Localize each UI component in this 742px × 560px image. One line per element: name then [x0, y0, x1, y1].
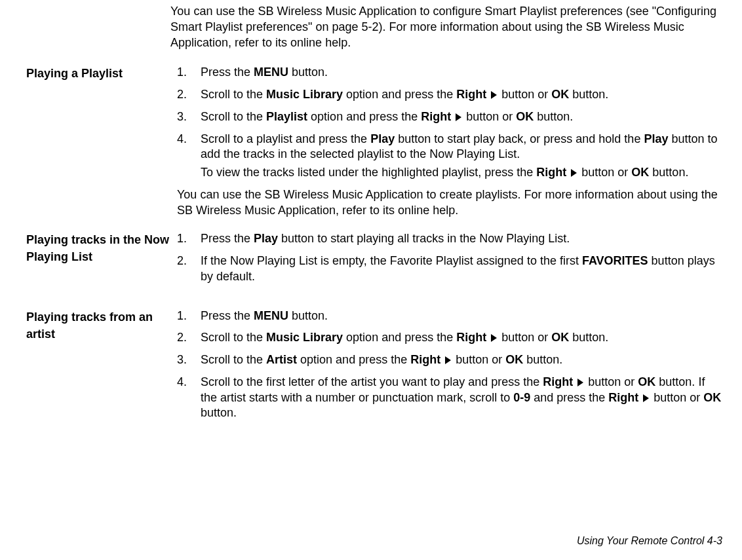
arrow-right-icon — [577, 379, 583, 386]
section-now-playing: Playing tracks in the Now Playing List 1… — [26, 231, 722, 291]
arrow-right-icon — [491, 334, 497, 342]
step-text-bold: Artist — [266, 353, 297, 366]
step-text-bold: Playlist — [266, 110, 307, 123]
step-text-part: option and press the — [307, 110, 421, 123]
step-4: 4. Scroll to the first letter of the art… — [177, 375, 722, 421]
heading-playing-a-playlist: Playing a Playlist — [26, 65, 177, 82]
step-text-bold: Play — [370, 132, 395, 145]
step-text-part: button. — [523, 353, 562, 366]
step-3: 3. Scroll to the Playlist option and pre… — [177, 109, 722, 125]
intro-paragraph: You can use the SB Wireless Music Applic… — [170, 4, 722, 50]
step-text-part: button. — [569, 88, 608, 101]
step-text-part: Scroll to the — [201, 331, 266, 344]
page-footer: Using Your Remote Control 4-3 — [577, 535, 722, 547]
step-number: 4. — [177, 375, 201, 390]
step-text: Scroll to the Music Library option and p… — [201, 87, 722, 103]
step-text: Press the MENU button. — [201, 65, 722, 81]
step-text-bold: Music Library — [266, 331, 343, 344]
step-text-part: option and press the — [343, 88, 456, 101]
section-playing-a-playlist: Playing a Playlist 1. Press the MENU but… — [26, 65, 722, 222]
step-number: 3. — [177, 352, 201, 368]
step-text-bold: OK — [703, 391, 721, 404]
steps-now-playing: 1. Press the Play button to start playin… — [177, 231, 722, 284]
step-text-part: button. — [288, 309, 328, 322]
step-text-part: button to start playing all tracks in th… — [278, 232, 570, 245]
step-text-bold: OK — [551, 331, 569, 344]
arrow-right-icon — [571, 169, 577, 177]
step-3: 3. Scroll to the Artist option and press… — [177, 352, 722, 368]
step-text-part: button. — [534, 110, 573, 123]
step-text-part: button or — [452, 353, 505, 366]
step-text-part: option and press the — [343, 331, 456, 344]
step-text-part: Scroll to the — [201, 353, 266, 366]
section-artist: Playing tracks from an artist 1. Press t… — [26, 308, 722, 428]
step-text-part: button. — [201, 406, 237, 419]
step-text-bold: Right — [536, 166, 566, 179]
step-text-part: button. — [288, 65, 328, 79]
step-text: Press the Play button to start playing a… — [201, 231, 722, 247]
step-subtext: To view the tracks listed under the high… — [201, 165, 722, 181]
step-text-bold: MENU — [254, 309, 288, 322]
step-text: If the Now Playing List is empty, the Fa… — [201, 253, 722, 285]
page: You can use the SB Wireless Music Applic… — [0, 0, 742, 560]
step-text-part: button. — [649, 166, 688, 179]
step-text-bold: Play — [254, 232, 278, 245]
arrow-right-icon — [643, 394, 649, 402]
step-text-bold: Right — [421, 110, 451, 123]
step-number: 1. — [177, 308, 201, 324]
step-text-part: Press the — [201, 65, 254, 79]
step-number: 4. — [177, 132, 201, 147]
heading-artist: Playing tracks from an artist — [26, 308, 177, 343]
step-2: 2. Scroll to the Music Library option an… — [177, 330, 722, 346]
step-text-bold: FAVORITES — [582, 254, 648, 267]
step-text-bold: Right — [456, 88, 486, 101]
step-1: 1. Press the MENU button. — [177, 308, 722, 324]
body-playing-a-playlist: 1. Press the MENU button. 2. Scroll to t… — [177, 65, 722, 222]
step-text-bold: OK — [551, 88, 569, 101]
step-text-part: If the Now Playing List is empty, the Fa… — [201, 254, 582, 267]
heading-now-playing: Playing tracks in the Now Playing List — [26, 231, 177, 265]
step-text-part: button or — [650, 391, 703, 404]
arrow-right-icon — [456, 113, 461, 121]
step-number: 2. — [177, 253, 201, 269]
after-paragraph: You can use the SB Wireless Music Applic… — [177, 187, 722, 219]
step-text-bold: Right — [456, 331, 486, 344]
body-artist: 1. Press the MENU button. 2. Scroll to t… — [177, 308, 722, 428]
step-1: 1. Press the Play button to start playin… — [177, 231, 722, 247]
step-text: Scroll to the Playlist option and press … — [201, 109, 722, 125]
step-text-part: Scroll to a playlist and press the — [201, 132, 370, 145]
step-text: Scroll to the Music Library option and p… — [201, 330, 722, 346]
step-text-part: button or — [578, 166, 631, 179]
step-number: 1. — [177, 231, 201, 247]
step-text-part: button or — [498, 331, 551, 344]
body-now-playing: 1. Press the Play button to start playin… — [177, 231, 722, 291]
step-text: Scroll to the first letter of the artist… — [201, 375, 722, 421]
step-text-part: Scroll to the — [201, 110, 266, 123]
step-text-part: option and press the — [297, 353, 410, 366]
step-4: 4. Scroll to a playlist and press the Pl… — [177, 132, 722, 181]
step-number: 2. — [177, 330, 201, 346]
step-2: 2. Scroll to the Music Library option an… — [177, 87, 722, 103]
step-text-bold: OK — [505, 353, 523, 366]
steps-playing-a-playlist: 1. Press the MENU button. 2. Scroll to t… — [177, 65, 722, 181]
arrow-right-icon — [491, 91, 497, 99]
step-text-bold: Play — [644, 132, 668, 145]
step-text: Press the MENU button. — [201, 308, 722, 324]
step-text-part: and press the — [530, 391, 608, 404]
step-text: Scroll to a playlist and press the Play … — [201, 132, 722, 181]
step-text-bold: MENU — [254, 65, 288, 79]
step-2: 2. If the Now Playing List is empty, the… — [177, 253, 722, 285]
step-text-bold: Right — [608, 391, 638, 404]
step-number: 2. — [177, 87, 201, 103]
step-number: 1. — [177, 65, 201, 81]
step-text-part: Press the — [201, 232, 254, 245]
step-number: 3. — [177, 109, 201, 125]
step-text-part: button or — [585, 375, 638, 388]
step-text-part: button or — [498, 88, 551, 101]
step-text-bold: OK — [631, 166, 649, 179]
step-text-part: Scroll to the first letter of the artist… — [201, 375, 543, 388]
step-text-bold: Music Library — [266, 88, 343, 101]
step-text-bold: OK — [638, 375, 655, 388]
step-text-bold: Right — [543, 375, 573, 388]
step-text-part: Press the — [201, 309, 254, 322]
